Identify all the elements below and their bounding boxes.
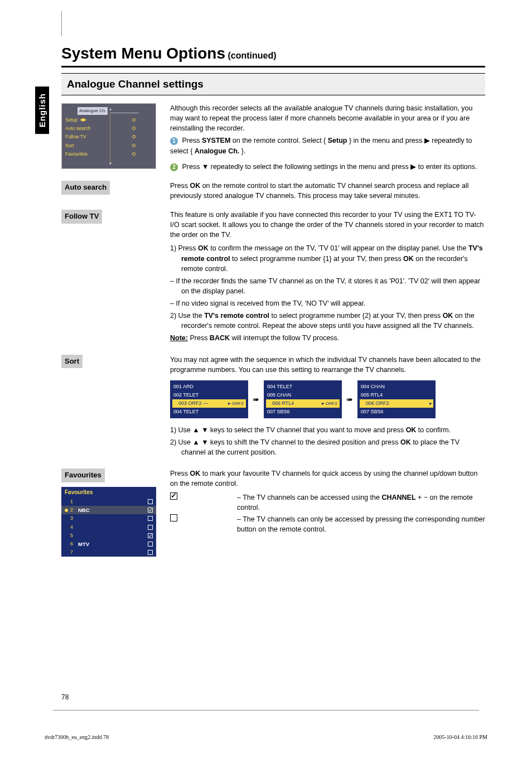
sort-box-1: 001 ARD 002 TELET 003 ORF2 ---▸ORF2 004 … [170, 380, 248, 418]
fav-list-item: 2NBC [61, 506, 156, 515]
sort-label: Sort [61, 355, 83, 369]
crop-mark [53, 710, 479, 711]
language-tab: English [35, 86, 49, 134]
fav-list-item: 4 [61, 523, 156, 532]
follow-step-1: 1) Press OK to confirm the message on th… [170, 243, 485, 273]
sort-paragraph: You may not agree with the sequence in w… [170, 355, 485, 375]
page-title-sub: (continued) [228, 51, 277, 60]
page-title-row: System Menu Options (continued) [61, 45, 485, 67]
fav-paragraph: Press OK to mark your favourite TV chann… [170, 468, 485, 489]
auto-search-row: Auto search Press OK on the remote contr… [61, 181, 485, 201]
fav-unchecked-text: – The TV channels can only be accessed b… [237, 514, 485, 534]
follow-note: Note: Press BACK will interrupt the foll… [170, 333, 485, 343]
sort-step-2: 2) Use ▲ ▼ keys to shift the TV channel … [170, 437, 485, 457]
crop-mark [61, 11, 62, 36]
intro-paragraph: Although this recorder selects all the a… [170, 103, 485, 133]
follow-step-2: 2) Use the TV's remote control to select… [170, 311, 485, 331]
mock-system-menu: ▲ ▼ Analogue Ch. Setup◀▶ Auto search Fol… [61, 103, 156, 169]
favourites-mock: Favourites 12NBC3456MTV7 [61, 487, 156, 557]
arrow-right-icon: ➠ [346, 394, 353, 405]
mock-menu-item: Setup [65, 117, 78, 123]
page-content: System Menu Options (continued) Analogue… [61, 45, 485, 557]
checkbox-unchecked-icon [170, 514, 177, 521]
follow-dash-2: – If no video signal is received from th… [170, 298, 485, 308]
checkbox-checked-icon [170, 492, 177, 500]
follow-tv-label: Follow TV [61, 210, 102, 224]
footer-timestamp: 2005-10-04 4:16:16 PM [433, 734, 487, 740]
follow-tv-row: Follow TV This feature is only available… [61, 210, 485, 346]
mock-menu-item: Follow TV [65, 133, 86, 140]
mock-menu-item: Favourites [65, 151, 88, 157]
section-header: Analogue Channel settings [61, 73, 485, 95]
mock-menu-item: Auto search [65, 125, 90, 132]
step-2-icon: 2 [170, 163, 178, 171]
mock-menu-item: Sort [65, 142, 74, 149]
fav-checked-text: – The TV channels can be accessed using … [237, 492, 485, 513]
footer: dvdr7300h_eu_eng2.indd 78 2005-10-04 4:1… [45, 734, 487, 740]
fav-list-item: 6MTV [61, 540, 156, 549]
sort-box-3: 004 CHAN 005 RTL4 006 ORF2▸ 007 SBS6 [357, 380, 436, 418]
intro-row: ▲ ▼ Analogue Ch. Setup◀▶ Auto search Fol… [61, 103, 485, 172]
follow-paragraph: This feature is only available if you ha… [170, 210, 485, 240]
auto-search-label: Auto search [61, 181, 110, 195]
intro-step2: Press ▼ repeatedly to select the followi… [182, 163, 477, 171]
sort-step-1: 1) Use ▲ ▼ keys to select the TV channel… [170, 425, 485, 435]
sort-diagram: 001 ARD 002 TELET 003 ORF2 ---▸ORF2 004 … [170, 380, 485, 418]
step-1-icon: 1 [170, 137, 178, 145]
favourites-row: Favourites Favourites 12NBC3456MTV7 Pres… [61, 468, 485, 557]
footer-filename: dvdr7300h_eu_eng2.indd 78 [45, 734, 109, 740]
follow-dash-1: – If the recorder finds the same TV chan… [170, 276, 485, 296]
intro-step1: Press SYSTEM on the remote control. Sele… [170, 137, 472, 154]
arrow-right-icon: ➠ [253, 394, 259, 405]
mock-menu-badge: Analogue Ch. [78, 107, 108, 115]
page-number: 78 [61, 693, 69, 701]
page-title: System Menu Options [61, 45, 225, 62]
sort-box-2: 004 TELET 005 CHAN 006 RTL4▸ORF2 007 SBS… [264, 380, 342, 418]
fav-list-item: 3 [61, 514, 156, 523]
fav-list-item: 1 [61, 497, 156, 506]
fav-list-item: 7 [61, 548, 156, 557]
sort-row: Sort You may not agree with the sequence… [61, 355, 485, 460]
fav-list-item: 5 [61, 532, 156, 540]
favourites-label: Favourites [61, 468, 105, 482]
